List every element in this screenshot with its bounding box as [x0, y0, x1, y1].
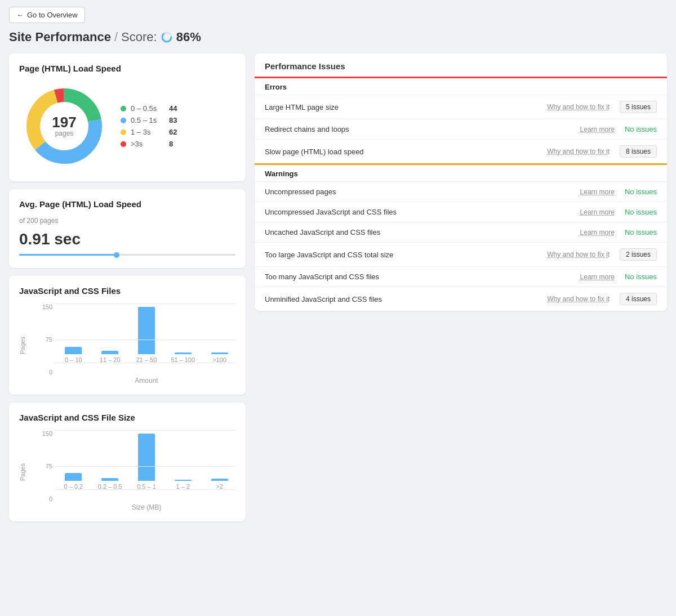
issue-row-uncompressed-pages: Uncompressed pages Learn more No issues	[255, 181, 667, 202]
filesize-bar-fill-4	[211, 479, 228, 481]
issue-row-redirect: Redirect chains and loops Learn more No …	[255, 119, 667, 139]
js-css-files-title: JavaScript and CSS Files	[19, 286, 235, 296]
files-bar-fill-3	[175, 352, 192, 354]
files-bar-3: 51 – 100	[167, 352, 199, 363]
issue-link-uncompressed-pages[interactable]: Learn more	[580, 188, 615, 196]
issue-name-redirect: Redirect chains and loops	[265, 125, 576, 133]
legend-dot-2	[121, 130, 126, 135]
back-label: Go to Overview	[27, 11, 78, 19]
issue-link-slow-load[interactable]: Why and how to fix it	[547, 148, 610, 155]
score-value: 86%	[176, 30, 201, 44]
files-bar-4: >100	[203, 352, 235, 363]
issue-badge-slow-load: 8 issues	[620, 145, 657, 158]
issue-badge-too-large-js: 2 issues	[620, 248, 657, 261]
legend-val-3: 8	[169, 140, 173, 148]
left-column: Page (HTML) Load Speed	[9, 53, 246, 521]
donut-center: 197 pages	[52, 115, 76, 137]
filesize-bar-fill-3	[175, 480, 192, 481]
filesize-y-150: 150	[42, 430, 52, 437]
issue-badge-large-html: 5 issues	[620, 101, 657, 113]
issue-row-too-many-js: Too many JavaScript and CSS files Learn …	[255, 266, 667, 287]
legend-label-1: 0.5 – 1s	[131, 116, 164, 124]
avg-speed-card: Avg. Page (HTML) Load Speed of 200 pages…	[9, 189, 246, 268]
right-column: Performance Issues Errors Large HTML pag…	[255, 53, 667, 311]
warnings-section-label: Warnings	[255, 163, 667, 181]
score-icon	[161, 31, 173, 43]
issue-name-slow-load: Slow page (HTML) load speed	[265, 148, 542, 156]
js-css-filesize-title: JavaScript and CSS File Size	[19, 413, 235, 422]
issue-row-too-large-js: Too large JavaScript and CSS total size …	[255, 242, 667, 266]
issue-link-redirect[interactable]: Learn more	[580, 126, 615, 133]
legend-val-1: 83	[169, 116, 177, 124]
issue-row-uncached-js: Uncached JavaScript and CSS files Learn …	[255, 222, 667, 242]
filesize-y-axis-title: Pages	[19, 436, 26, 508]
avg-speed-value: 0.91 sec	[19, 230, 235, 248]
speed-slider-fill	[19, 254, 117, 256]
files-y-150: 150	[42, 303, 52, 310]
issue-link-too-large-js[interactable]: Why and how to fix it	[547, 251, 610, 258]
issue-name-uncached-js: Uncached JavaScript and CSS files	[265, 228, 576, 236]
legend-item-1: 0.5 – 1s 83	[121, 116, 177, 124]
issue-name-too-large-js: Too large JavaScript and CSS total size	[265, 251, 542, 259]
legend-item-2: 1 – 3s 62	[121, 128, 177, 136]
issue-link-uncached-js[interactable]: Learn more	[580, 229, 615, 236]
issue-name-too-many-js: Too many JavaScript and CSS files	[265, 273, 576, 281]
load-speed-card: Page (HTML) Load Speed	[9, 53, 246, 181]
filesize-bar-0: 0 – 0.2	[57, 473, 90, 490]
files-y-75: 75	[46, 336, 52, 343]
files-bar-fill-0	[65, 347, 82, 354]
files-y-axis-title: Pages	[19, 309, 26, 381]
issue-no-issues-redirect: No issues	[625, 125, 657, 133]
files-bar-fill-2	[138, 307, 155, 354]
issue-link-large-html[interactable]: Why and how to fix it	[547, 103, 610, 111]
issue-link-unminified-js[interactable]: Why and how to fix it	[547, 295, 610, 303]
performance-issues-card: Performance Issues Errors Large HTML pag…	[255, 53, 667, 311]
legend-val-2: 62	[169, 128, 177, 136]
title-text: Site Performance	[9, 30, 111, 44]
title-separator: /	[114, 30, 118, 44]
files-bar-2: 21 – 50	[131, 307, 163, 363]
filesize-y-0: 0	[49, 496, 52, 502]
filesize-bar-3: 1 – 2	[167, 480, 199, 490]
issue-no-issues-too-many-js: No issues	[625, 273, 657, 281]
filesize-bar-fill-1	[101, 478, 118, 481]
performance-issues-title: Performance Issues	[255, 53, 667, 77]
files-bar-1: 11 – 20	[94, 351, 126, 363]
avg-speed-title: Avg. Page (HTML) Load Speed	[19, 199, 235, 209]
legend-val-0: 44	[169, 104, 177, 113]
back-button[interactable]: ← Go to Overview	[9, 7, 85, 23]
filesize-x-axis-title: Size (MB)	[39, 503, 235, 511]
legend-label-0: 0 – 0.5s	[131, 104, 164, 113]
files-bar-fill-4	[211, 352, 228, 354]
legend-dot-3	[121, 141, 126, 147]
issue-no-issues-uncompressed-pages: No issues	[625, 188, 657, 196]
legend-label-3: >3s	[131, 140, 164, 148]
issue-name-uncompressed-js: Uncompressed JavaScript and CSS files	[265, 208, 576, 216]
legend-item-3: >3s 8	[121, 140, 177, 148]
issue-row-uncompressed-js: Uncompressed JavaScript and CSS files Le…	[255, 202, 667, 222]
legend-item-0: 0 – 0.5s 44	[121, 104, 177, 113]
issue-badge-unminified-js: 4 issues	[620, 293, 657, 305]
filesize-bar-4: >2	[203, 479, 235, 490]
filesize-y-75: 75	[46, 463, 52, 470]
legend-dot-1	[121, 118, 126, 123]
back-arrow-icon: ←	[16, 11, 24, 19]
score-label: Score:	[121, 30, 157, 44]
donut-total: 197	[52, 115, 76, 130]
main-layout: Page (HTML) Load Speed	[9, 53, 667, 521]
issue-name-large-html: Large HTML page size	[265, 103, 542, 111]
js-css-filesize-card: JavaScript and CSS File Size Pages 150 7…	[9, 403, 246, 521]
issue-link-too-many-js[interactable]: Learn more	[580, 273, 615, 281]
files-x-axis-title: Amount	[39, 377, 235, 385]
issue-no-issues-uncached-js: No issues	[625, 228, 657, 236]
issue-name-unminified-js: Unminified JavaScript and CSS files	[265, 295, 542, 303]
donut-chart: 197 pages	[19, 81, 109, 171]
issue-link-uncompressed-js[interactable]: Learn more	[580, 208, 615, 216]
filesize-bar-1: 0.2 – 0.5	[94, 478, 126, 490]
errors-section-label: Errors	[255, 77, 667, 95]
files-bar-0: 0 – 10	[57, 347, 90, 363]
page-title: Site Performance / Score: 86%	[9, 30, 667, 44]
issue-row-unminified-js: Unminified JavaScript and CSS files Why …	[255, 287, 667, 311]
filesize-bar-fill-0	[65, 473, 82, 481]
load-speed-title: Page (HTML) Load Speed	[19, 64, 235, 73]
